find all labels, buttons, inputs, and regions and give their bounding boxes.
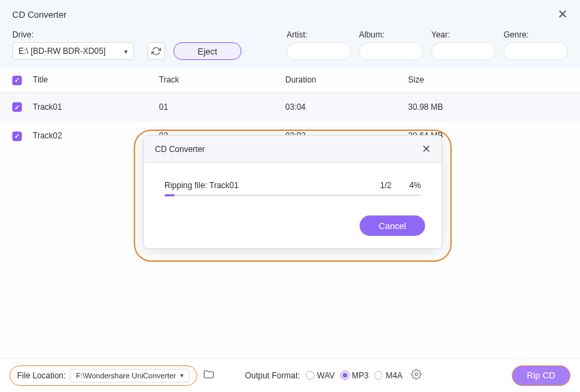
folder-icon [203,368,215,380]
cell-duration: 03:04 [285,102,408,112]
progress-bar [164,194,421,196]
modal-close-icon[interactable]: ✕ [422,142,431,155]
year-field[interactable] [431,42,495,60]
artist-field[interactable] [287,42,351,60]
file-location-select[interactable]: F:\Wondershare UniConverter ▾ [70,369,190,382]
ripping-file-label: Ripping file: Track01 [164,181,239,190]
progress-dialog: CD Converter ✕ Ripping file: Track01 1/2… [143,135,442,249]
output-format-label: Output Format: [245,371,300,380]
artist-label: Artist: [287,30,351,40]
genre-field[interactable] [504,42,568,60]
album-field[interactable] [359,42,423,60]
chevron-down-icon: ▾ [180,372,184,379]
window-title: CD Converter [12,10,66,20]
format-mp3-label: MP3 [352,371,369,380]
file-location-value: F:\Wondershare UniConverter [76,372,176,380]
year-label: Year: [431,30,495,40]
refresh-button[interactable] [147,42,165,60]
format-m4a-label: M4A [386,371,403,380]
chevron-down-icon: ▾ [124,48,128,55]
table-row: Track01 01 03:04 30.98 MB [0,93,580,122]
modal-title: CD Converter [155,145,205,154]
format-mp3-radio[interactable]: MP3 [340,371,369,380]
eject-button[interactable]: Eject [173,42,242,60]
format-m4a-radio[interactable]: M4A [374,371,403,380]
table-header: Title Track Duration Size [0,68,580,93]
refresh-icon [151,46,161,56]
drive-label: Drive: [12,30,142,40]
row-checkbox[interactable] [12,132,22,141]
cell-size: 30.98 MB [408,102,568,112]
col-duration: Duration [285,75,408,85]
ripping-percent: 4% [409,181,421,190]
row-checkbox[interactable] [12,102,22,112]
file-location-section: File Location: F:\Wondershare UniConvert… [10,365,197,386]
format-settings-button[interactable] [411,369,422,382]
progress-fill [164,194,175,196]
album-label: Album: [359,30,423,40]
col-title: Title [33,75,159,85]
close-icon[interactable]: ✕ [555,5,570,23]
gear-icon [411,369,422,380]
format-wav-radio[interactable]: WAV [306,371,335,380]
select-all-checkbox[interactable] [12,76,22,85]
ripping-count: 1/2 [380,181,392,190]
cell-title: Track01 [33,102,159,112]
col-track: Track [159,75,285,85]
cancel-button[interactable]: Cancel [360,215,425,236]
output-format-section: Output Format: WAV MP3 M4A [245,369,422,382]
cell-title: Track02 [33,131,159,140]
rip-cd-button[interactable]: Rip CD [512,365,570,386]
svg-point-0 [415,373,418,376]
col-size: Size [408,75,568,85]
format-wav-label: WAV [317,371,335,380]
cell-track: 01 [159,102,285,112]
drive-select[interactable]: E:\ [BD-RW BDR-XD05] ▾ [12,42,134,60]
drive-section: Drive: E:\ [BD-RW BDR-XD05] ▾ [12,30,142,60]
open-folder-button[interactable] [203,368,215,383]
genre-label: Genre: [504,30,568,40]
drive-selected: E:\ [BD-RW BDR-XD05] [18,46,106,56]
file-location-label: File Location: [17,371,66,380]
footer-bar: File Location: F:\Wondershare UniConvert… [0,358,580,392]
